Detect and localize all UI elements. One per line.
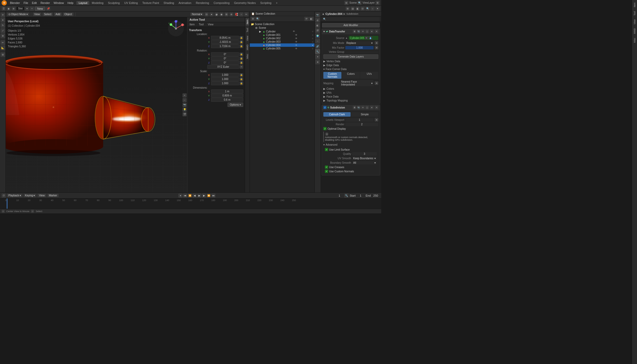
viewport-shading-wire[interactable]: ⊟: [204, 12, 209, 16]
quality-value[interactable]: 3: [352, 152, 377, 156]
toolbar-icon-d[interactable]: ⊟: [361, 7, 365, 11]
workspace-tab-compositing[interactable]: Compositing: [212, 1, 232, 5]
dt-source-eyedrop[interactable]: 💧: [369, 36, 372, 40]
subd-icon-close[interactable]: ✕: [375, 106, 378, 109]
left-icon-cursor[interactable]: ✛: [1, 13, 5, 17]
loc-y-value[interactable]: -1.6015 m: [211, 40, 239, 44]
add-modifier-button[interactable]: Add Modifier: [322, 23, 380, 27]
outliner-cylinder-005[interactable]: ▲ Cylinder.005 👁 ○: [250, 47, 314, 50]
subd-icon-menu[interactable]: ▾: [370, 106, 374, 109]
subd-levels-vp-extra[interactable]: ⊕: [375, 118, 378, 122]
viewport-snap-icon[interactable]: 🧲: [234, 12, 239, 16]
dt-mix-factor-extra[interactable]: ⊕: [375, 46, 378, 49]
dim-x-value[interactable]: 1 m: [211, 89, 243, 93]
simple-button[interactable]: Simple: [351, 112, 378, 117]
catmull-clark-button[interactable]: Catmull-Clark: [323, 112, 351, 117]
end-frame-input[interactable]: 250: [372, 194, 380, 197]
toolbar-icon-c[interactable]: ◧: [356, 7, 360, 11]
view-menu[interactable]: View: [33, 13, 42, 16]
menu-render[interactable]: Render: [39, 1, 52, 5]
scale-z-lock[interactable]: 🔒: [240, 82, 243, 85]
n-tab-item[interactable]: Item: [187, 22, 197, 27]
viewport-shading-solid[interactable]: ●: [209, 12, 214, 16]
prop-tab-view-layer[interactable]: ◧: [315, 23, 320, 28]
scale-y-lock[interactable]: 🔒: [240, 77, 243, 81]
icon2[interactable]: ◉: [7, 7, 11, 11]
outliner-filter-icon[interactable]: ⚙: [251, 17, 255, 21]
scene-selector[interactable]: ⊞: [344, 1, 348, 5]
left-icon-measure[interactable]: 📐: [1, 46, 5, 50]
prop-tab-physics[interactable]: ⊕: [315, 60, 320, 64]
dim-z-value[interactable]: 0.6 m: [211, 98, 243, 102]
toolbar-icon-g[interactable]: ✦: [375, 7, 380, 11]
menu-window[interactable]: Window: [52, 1, 65, 5]
playback-menu[interactable]: Playback ▾: [7, 194, 23, 197]
c002-select[interactable]: ○: [312, 37, 313, 40]
subd-icon-edit[interactable]: ✏: [361, 106, 365, 109]
search-icon[interactable]: 🔍: [357, 1, 362, 5]
options-button[interactable]: Options ▾: [228, 103, 243, 107]
outliner-cylinder-003[interactable]: ▲ Cylinder.003 👁 ○: [250, 40, 314, 43]
zoom-in-icon[interactable]: +: [182, 93, 187, 98]
dt-icon-edit[interactable]: ✏: [361, 30, 365, 33]
outliner-search-input[interactable]: [260, 17, 304, 21]
dt-icon-realtime[interactable]: 🖥: [353, 30, 356, 33]
mapping-value[interactable]: Nearest Face Interpolated ▾: [340, 80, 374, 86]
subd-icon-render[interactable]: 📷: [357, 106, 361, 109]
use-custom-normals-checkbox[interactable]: ✓: [325, 170, 328, 173]
toolbar-icon-b[interactable]: ▤: [351, 7, 355, 11]
loc-z-value[interactable]: 1.7156 m: [211, 44, 239, 48]
n-tab-tool[interactable]: Tool: [197, 22, 206, 27]
optimal-display-checkbox[interactable]: ✓: [323, 127, 326, 130]
c004-select[interactable]: ●: [312, 44, 313, 47]
menu-blender[interactable]: Blender: [8, 1, 21, 5]
toolbar-icon-e[interactable]: 🔍: [365, 7, 370, 11]
cyl-eye[interactable]: 👁: [293, 30, 295, 33]
viewport-overlay-icon[interactable]: ⊞: [224, 12, 229, 16]
cyl-select[interactable]: ○: [312, 30, 313, 33]
scale-x-lock[interactable]: 🔒: [240, 73, 243, 77]
dt-vertex-group-value[interactable]: [345, 52, 378, 52]
rotation-mode-drop[interactable]: ▾: [240, 65, 243, 69]
rot-y-lock[interactable]: 🔒: [240, 57, 243, 60]
c001-select[interactable]: ○: [312, 34, 313, 36]
c001-eye[interactable]: 👁: [295, 34, 297, 36]
dt-mix-mode-extra[interactable]: ⊕: [375, 41, 378, 45]
left-icon-transform[interactable]: ⊕: [1, 33, 5, 38]
subd-levels-vp-value[interactable]: 1: [345, 118, 374, 122]
subd-icon-cage[interactable]: ◻: [365, 106, 369, 109]
c004-eye[interactable]: 👁: [295, 44, 297, 47]
light-icon[interactable]: 💡: [182, 107, 187, 112]
c003-eye[interactable]: 👁: [295, 41, 297, 43]
nav-gizmo-svg[interactable]: X Y Z: [167, 19, 185, 38]
filter-icon[interactable]: ⚙: [375, 1, 380, 5]
slot-plus-icon[interactable]: +: [30, 7, 34, 11]
workspace-tab-texture[interactable]: Texture Paint: [140, 1, 161, 5]
face-data-header[interactable]: ▶ Face Data: [323, 95, 378, 99]
prop-tab-constraints[interactable]: 🔗: [315, 44, 320, 49]
add-menu[interactable]: Add: [54, 13, 62, 16]
outliner-cylinder-001[interactable]: ▲ Cylinder.001 👁 ○: [250, 33, 314, 37]
workspace-tab-scripting[interactable]: Scripting: [258, 1, 274, 5]
rot-y-value[interactable]: 0°: [211, 56, 239, 60]
prop-tab-output[interactable]: 🖨: [315, 18, 320, 22]
c005-select[interactable]: ○: [312, 47, 313, 50]
prop-tab-scene[interactable]: 🎬: [315, 28, 320, 33]
workspace-tab-sculpting[interactable]: Sculpting: [106, 1, 122, 5]
viewport-shading-material[interactable]: ◕: [214, 12, 219, 16]
workspace-tab-geometry[interactable]: Geometry Nodes: [232, 1, 258, 5]
loc-z-lock[interactable]: 🔒: [240, 44, 243, 48]
left-icon-scale[interactable]: ⤢: [1, 28, 5, 33]
prop-tab-object[interactable]: ○: [315, 39, 320, 43]
rot-x-lock[interactable]: 🔒: [240, 53, 243, 56]
subd-icon-realtime[interactable]: 🖥: [353, 106, 356, 109]
workspace-tab-modeling[interactable]: Modeling: [90, 1, 106, 5]
viewport-shading-render[interactable]: ◉: [219, 12, 224, 16]
loc-y-lock[interactable]: 🔒: [240, 40, 243, 44]
dt-icon-cage[interactable]: ◻: [365, 30, 369, 33]
prop-tab-particles[interactable]: ✦: [315, 54, 320, 59]
scene-icon[interactable]: 🎬: [182, 112, 187, 116]
current-frame-input[interactable]: 1: [335, 194, 343, 197]
marker-menu[interactable]: Marker: [47, 194, 59, 197]
rot-z-lock[interactable]: 🔒: [240, 61, 243, 65]
